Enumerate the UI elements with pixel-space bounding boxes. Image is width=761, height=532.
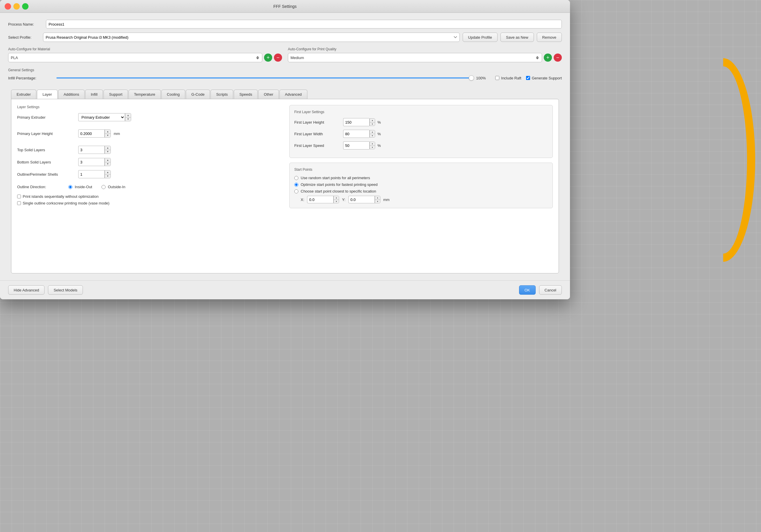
bottom-solid-layers-input[interactable] [78, 158, 104, 166]
outside-in-label: Outside-In [108, 185, 125, 189]
first-layer-speed-stepper-up[interactable]: ▲ [370, 142, 375, 146]
save-as-new-button[interactable]: Save as New [500, 32, 534, 42]
first-layer-width-stepper-up[interactable]: ▲ [370, 130, 375, 134]
primary-extruder-stepper: ▲ ▼ [125, 113, 131, 121]
outline-perimeter-input[interactable] [78, 170, 104, 178]
first-layer-width-input[interactable] [343, 130, 369, 138]
y-input[interactable] [348, 196, 375, 203]
tab-other[interactable]: Other [258, 89, 279, 99]
tab-infill[interactable]: Infill [85, 89, 103, 99]
top-solid-layers-row: Top Solid Layers ▲ ▼ [17, 146, 281, 154]
include-raft-group: Include Raft [495, 76, 521, 80]
first-layer-speed-unit: % [378, 144, 381, 148]
first-layer-speed-input[interactable] [343, 141, 369, 149]
tab-support[interactable]: Support [103, 89, 128, 99]
hide-advanced-button[interactable]: Hide Advanced [8, 285, 44, 295]
auto-configure-material: Auto-Configure for Material PLA + − [8, 47, 282, 62]
material-arrow-up [256, 56, 259, 58]
top-solid-layers-input[interactable] [78, 146, 104, 154]
outline-perimeter-stepper-up[interactable]: ▲ [105, 170, 110, 175]
tab-temperature[interactable]: Temperature [129, 89, 161, 99]
single-outline-label: Single outline corkscrew printing mode (… [23, 201, 109, 206]
tab-layer[interactable]: Layer [37, 89, 58, 99]
bottom-solid-layers-stepper-up[interactable]: ▲ [105, 158, 110, 162]
single-outline-checkbox[interactable] [17, 201, 21, 205]
auto-configure-quality: Auto-Configure for Print Quality Medium … [288, 47, 562, 62]
quality-arrows [535, 56, 539, 60]
ok-button[interactable]: OK [519, 285, 536, 295]
primary-extruder-stepper-up[interactable]: ▲ [125, 113, 131, 118]
close-button[interactable] [5, 3, 11, 10]
first-layer-height-stepper-up[interactable]: ▲ [370, 119, 375, 122]
tab-speeds[interactable]: Speeds [234, 89, 258, 99]
outline-perimeter-stepper-down[interactable]: ▼ [105, 175, 110, 178]
primary-extruder-stepper-down[interactable]: ▼ [125, 118, 131, 121]
material-label: Auto-Configure for Material [8, 47, 282, 51]
bottom-bar: Hide Advanced Select Models OK Cancel [0, 280, 570, 299]
dialog-content: Process Name: Select Profile: Prusa Rese… [0, 13, 570, 280]
quality-add-button[interactable]: + [544, 53, 552, 62]
process-name-input[interactable] [46, 20, 562, 29]
bottom-solid-layers-stepper-down[interactable]: ▼ [105, 162, 110, 166]
cancel-button[interactable]: Cancel [539, 285, 562, 295]
top-solid-layers-stepper-up[interactable]: ▲ [105, 146, 110, 150]
maximize-button[interactable] [22, 3, 29, 10]
primary-extruder-select[interactable]: Primary Extruder [78, 113, 125, 121]
quality-select-group: Medium + − [288, 53, 562, 62]
tab-content-layer: Layer Settings Primary Extruder Primary … [11, 99, 559, 273]
first-layer-speed-stepper-down[interactable]: ▼ [370, 146, 375, 149]
optimize-radio[interactable] [294, 183, 298, 187]
first-layer-settings-title: First Layer Settings [294, 110, 548, 114]
print-islands-row: Print islands sequentially without optim… [17, 194, 281, 199]
layer-height-stepper-up[interactable]: ▲ [105, 130, 110, 134]
tab-advanced[interactable]: Advanced [279, 89, 307, 99]
first-layer-width-label: First Layer Width [294, 132, 341, 136]
use-random-option: Use random start points for all perimete… [294, 176, 548, 180]
outside-in-radio[interactable] [101, 185, 105, 189]
tab-extruder[interactable]: Extruder [11, 89, 36, 99]
top-solid-layers-stepper-down[interactable]: ▼ [105, 150, 110, 154]
outline-perimeter-input-group: ▲ ▼ [78, 170, 111, 178]
outline-perimeter-stepper: ▲ ▼ [104, 170, 111, 178]
inside-out-radio[interactable] [68, 185, 72, 189]
quality-remove-button[interactable]: − [554, 53, 562, 62]
include-raft-checkbox[interactable] [495, 76, 499, 80]
profile-select[interactable]: Prusa Research Original Prusa i3 MK3 (mo… [43, 32, 460, 42]
tab-gcode[interactable]: G-Code [186, 89, 210, 99]
material-arrow-down [256, 58, 259, 59]
x-input[interactable] [307, 196, 333, 203]
quality-select-control[interactable]: Medium [288, 53, 542, 62]
x-stepper-up[interactable]: ▲ [333, 196, 339, 200]
layer-height-stepper-down[interactable]: ▼ [105, 134, 110, 138]
first-layer-speed-input-group: ▲ ▼ [343, 141, 375, 149]
material-add-button[interactable]: + [264, 53, 272, 62]
infill-slider-thumb[interactable] [469, 75, 474, 81]
first-layer-width-stepper-down[interactable]: ▼ [370, 134, 375, 138]
minimize-button[interactable] [13, 3, 20, 10]
x-label: X: [301, 198, 304, 202]
y-stepper-down[interactable]: ▼ [375, 200, 380, 203]
first-layer-height-stepper-down[interactable]: ▼ [370, 122, 375, 126]
y-label: Y: [342, 198, 345, 202]
material-select-control[interactable]: PLA [8, 53, 262, 62]
x-stepper-down[interactable]: ▼ [333, 200, 339, 203]
tab-scripts[interactable]: Scripts [210, 89, 233, 99]
first-layer-height-input[interactable] [343, 118, 369, 126]
choose-closest-radio[interactable] [294, 189, 298, 194]
use-random-radio[interactable] [294, 176, 298, 180]
generate-support-group: Generate Support [526, 76, 562, 80]
outline-direction-row: Outline Direction: Inside-Out Outside-In [17, 185, 281, 189]
update-profile-button[interactable]: Update Profile [463, 32, 498, 42]
tab-cooling[interactable]: Cooling [161, 89, 185, 99]
print-islands-checkbox[interactable] [17, 195, 21, 198]
remove-button[interactable]: Remove [537, 32, 562, 42]
material-remove-button[interactable]: − [274, 53, 282, 62]
select-models-button[interactable]: Select Models [48, 285, 83, 295]
tab-additions[interactable]: Additions [58, 89, 85, 99]
optimize-label: Optimize start points for fastest printi… [301, 182, 378, 187]
primary-layer-height-input[interactable] [78, 130, 104, 138]
y-stepper-up[interactable]: ▲ [375, 196, 380, 200]
first-layer-speed-label: First Layer Speed [294, 144, 341, 148]
inside-out-option: Inside-Out [68, 185, 92, 189]
generate-support-checkbox[interactable] [526, 76, 530, 80]
